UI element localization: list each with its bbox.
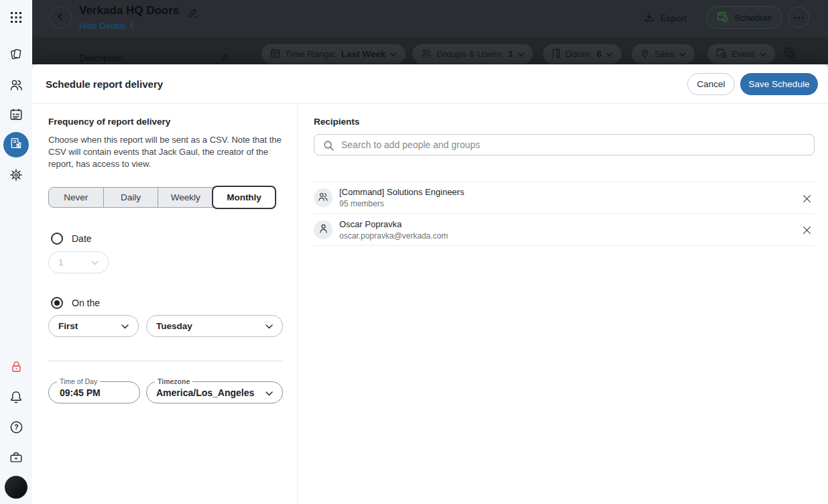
notifications-bell-icon[interactable] (8, 389, 24, 405)
filter-event[interactable]: Event (707, 44, 775, 64)
filter-label: Time Range: (285, 49, 337, 59)
chevron-down-icon (390, 49, 397, 59)
date-radio-option[interactable]: Date (51, 233, 92, 245)
lock-alert-icon[interactable] (8, 359, 24, 375)
week-of-month-select[interactable]: First (48, 315, 139, 337)
calendar-icon[interactable] (8, 107, 24, 123)
hide-details-label: Hide Details (79, 21, 126, 31)
sidebar-item-reports-active[interactable] (3, 132, 29, 158)
frequency-option-daily[interactable]: Daily (104, 188, 159, 207)
frequency-description: Choose when this report will be sent as … (48, 134, 284, 170)
filter-groups-users[interactable]: Groups & Users: 1 (412, 44, 533, 64)
filter-time-range[interactable]: Time Range: Last Week (261, 44, 406, 64)
people-icon (421, 48, 432, 60)
date-select-value: 1 (58, 257, 64, 267)
time-of-day-field[interactable]: Time of Day (48, 381, 140, 403)
recipients-list: [Command] Solutions Engineers 95 members… (314, 182, 815, 246)
on-the-radio-circle[interactable] (51, 297, 63, 309)
background-page-header: Verkada HQ Doors Hide Details Descriptio… (32, 0, 828, 64)
recipient-detail: 95 members (339, 199, 464, 208)
badge-cards-icon[interactable] (8, 46, 24, 62)
edit-title-pencil-icon[interactable] (187, 6, 198, 21)
filter-doors[interactable]: Doors: 6 (543, 44, 622, 64)
globe-clock-icon[interactable] (783, 46, 796, 62)
day-of-week-select[interactable]: Tuesday (146, 315, 283, 337)
remove-recipient-button[interactable] (801, 193, 812, 204)
filter-sites[interactable]: Sites (632, 44, 695, 64)
group-icon (318, 192, 329, 204)
toolbox-icon[interactable] (8, 449, 24, 465)
user-avatar[interactable] (5, 476, 27, 499)
chevron-down-icon (265, 387, 273, 398)
cancel-button[interactable]: Cancel (687, 73, 735, 95)
map-pin-icon (640, 48, 650, 60)
timezone-select[interactable]: Timezone America/Los_Angeles (146, 381, 283, 403)
more-options-button[interactable] (788, 7, 809, 28)
report-chart-icon (9, 137, 23, 153)
page-title: Verkada HQ Doors (79, 4, 179, 17)
recipient-name: [Command] Solutions Engineers (339, 187, 464, 197)
date-select: 1 (48, 251, 109, 273)
filter-label: Event (731, 49, 755, 59)
person-avatar (314, 220, 333, 239)
recipient-row: Oscar Popravka oscar.popravka@verkada.co… (314, 214, 815, 246)
frequency-option-never[interactable]: Never (49, 188, 104, 207)
schedule-label: Schedule (734, 13, 772, 23)
calendar-clock-icon (716, 48, 727, 60)
frequency-option-weekly[interactable]: Weekly (158, 188, 213, 207)
timezone-label: Timezone (155, 377, 192, 385)
svg-text:?: ? (14, 423, 19, 431)
edit-description-pencil-icon[interactable] (221, 52, 229, 64)
hide-details-link[interactable]: Hide Details (79, 21, 134, 31)
apps-grid-icon[interactable] (8, 9, 24, 25)
date-radio-label: Date (72, 233, 92, 244)
hide-details-chevron-icon (129, 21, 134, 31)
chevron-down-icon (121, 321, 129, 331)
people-icon[interactable] (8, 76, 24, 92)
remove-recipient-button[interactable] (801, 225, 812, 235)
filter-label: Groups & Users: (436, 49, 504, 59)
filter-value: 6 (597, 49, 602, 59)
help-icon[interactable]: ? (8, 419, 24, 435)
recipient-name: Oscar Popravka (339, 219, 448, 229)
recipients-heading: Recipients (314, 117, 359, 127)
back-chevron-icon (57, 11, 64, 23)
filter-value: Last Week (341, 49, 386, 59)
frequency-heading: Frequency of report delivery (48, 117, 170, 127)
filter-label: Doors: (565, 49, 592, 59)
recipients-panel: Recipients [Command] Solutions Engineers… (298, 104, 828, 504)
recipients-search (314, 134, 815, 155)
frequency-segmented-control: Never Daily Weekly Monthly (48, 187, 276, 208)
calendar-icon (270, 48, 280, 60)
frequency-panel: Frequency of report delivery Choose when… (32, 104, 298, 504)
back-button[interactable] (49, 6, 72, 29)
recipient-row: [Command] Solutions Engineers 95 members (314, 182, 815, 214)
on-the-radio-label: On the (72, 298, 100, 308)
week-of-month-value: First (58, 321, 78, 331)
timezone-value: America/Los_Angeles (156, 387, 254, 398)
filter-value: 1 (508, 49, 514, 59)
date-radio-circle[interactable] (51, 233, 63, 245)
chevron-down-icon (606, 49, 613, 59)
export-label: Export (660, 13, 687, 23)
export-button[interactable]: Export (644, 11, 687, 25)
time-of-day-label: Time of Day (57, 377, 100, 385)
recipient-texts: Oscar Popravka oscar.popravka@verkada.co… (339, 219, 448, 241)
search-icon (323, 140, 335, 154)
frequency-option-monthly[interactable]: Monthly (212, 186, 276, 209)
on-the-radio-option[interactable]: On the (51, 297, 100, 309)
chevron-down-icon (679, 49, 686, 59)
app-sidebar: ? (0, 0, 32, 504)
description-label: Description (79, 53, 123, 63)
schedule-button[interactable]: Schedule (706, 6, 782, 29)
chevron-down-icon (265, 321, 273, 331)
recipient-texts: [Command] Solutions Engineers 95 members (339, 187, 464, 208)
recipients-search-input[interactable] (314, 135, 814, 155)
section-divider (48, 361, 283, 361)
chevron-down-icon (91, 257, 99, 267)
save-schedule-button[interactable]: Save Schedule (740, 73, 818, 95)
settings-gear-icon[interactable] (8, 167, 24, 183)
recipient-detail: oscar.popravka@verkada.com (339, 231, 448, 241)
chevron-down-icon (518, 49, 524, 59)
chevron-down-icon (760, 49, 766, 59)
